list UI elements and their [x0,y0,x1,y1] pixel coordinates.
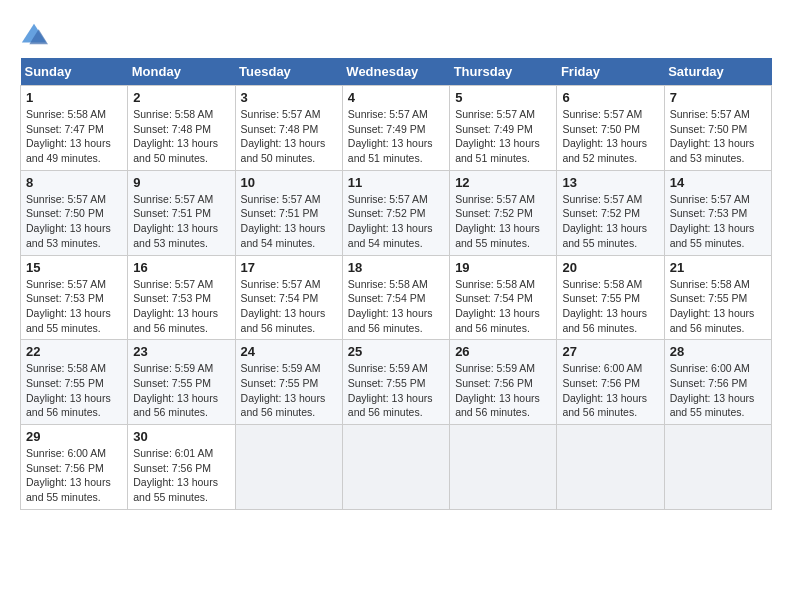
calendar-row: 29 Sunrise: 6:00 AM Sunset: 7:56 PM Dayl… [21,425,772,510]
day-cell-24: 24 Sunrise: 5:59 AM Sunset: 7:55 PM Dayl… [235,340,342,425]
day-info: Sunrise: 6:01 AM Sunset: 7:56 PM Dayligh… [133,446,229,505]
day-number: 21 [670,260,766,275]
logo-icon [20,20,48,48]
day-number: 28 [670,344,766,359]
day-info: Sunrise: 5:57 AM Sunset: 7:53 PM Dayligh… [26,277,122,336]
day-info: Sunrise: 6:00 AM Sunset: 7:56 PM Dayligh… [670,361,766,420]
empty-day-cell [342,425,449,510]
day-number: 29 [26,429,122,444]
day-info: Sunrise: 5:57 AM Sunset: 7:49 PM Dayligh… [348,107,444,166]
day-cell-21: 21 Sunrise: 5:58 AM Sunset: 7:55 PM Dayl… [664,255,771,340]
day-info: Sunrise: 5:58 AM Sunset: 7:54 PM Dayligh… [348,277,444,336]
day-info: Sunrise: 5:57 AM Sunset: 7:54 PM Dayligh… [241,277,337,336]
day-cell-17: 17 Sunrise: 5:57 AM Sunset: 7:54 PM Dayl… [235,255,342,340]
day-info: Sunrise: 5:57 AM Sunset: 7:53 PM Dayligh… [670,192,766,251]
day-cell-3: 3 Sunrise: 5:57 AM Sunset: 7:48 PM Dayli… [235,86,342,171]
day-cell-26: 26 Sunrise: 5:59 AM Sunset: 7:56 PM Dayl… [450,340,557,425]
day-info: Sunrise: 5:57 AM Sunset: 7:52 PM Dayligh… [562,192,658,251]
day-number: 8 [26,175,122,190]
day-number: 10 [241,175,337,190]
weekday-header-friday: Friday [557,58,664,86]
empty-day-cell [557,425,664,510]
day-info: Sunrise: 5:58 AM Sunset: 7:55 PM Dayligh… [26,361,122,420]
day-cell-29: 29 Sunrise: 6:00 AM Sunset: 7:56 PM Dayl… [21,425,128,510]
day-cell-18: 18 Sunrise: 5:58 AM Sunset: 7:54 PM Dayl… [342,255,449,340]
day-cell-27: 27 Sunrise: 6:00 AM Sunset: 7:56 PM Dayl… [557,340,664,425]
day-number: 30 [133,429,229,444]
day-info: Sunrise: 5:58 AM Sunset: 7:55 PM Dayligh… [562,277,658,336]
calendar-row: 22 Sunrise: 5:58 AM Sunset: 7:55 PM Dayl… [21,340,772,425]
day-info: Sunrise: 5:57 AM Sunset: 7:51 PM Dayligh… [133,192,229,251]
day-number: 17 [241,260,337,275]
day-number: 25 [348,344,444,359]
day-number: 24 [241,344,337,359]
day-info: Sunrise: 5:58 AM Sunset: 7:54 PM Dayligh… [455,277,551,336]
calendar-table: SundayMondayTuesdayWednesdayThursdayFrid… [20,58,772,510]
day-info: Sunrise: 5:57 AM Sunset: 7:53 PM Dayligh… [133,277,229,336]
header [20,20,772,48]
day-info: Sunrise: 5:59 AM Sunset: 7:56 PM Dayligh… [455,361,551,420]
weekday-header-monday: Monday [128,58,235,86]
day-info: Sunrise: 5:57 AM Sunset: 7:49 PM Dayligh… [455,107,551,166]
calendar-row: 15 Sunrise: 5:57 AM Sunset: 7:53 PM Dayl… [21,255,772,340]
weekday-header-thursday: Thursday [450,58,557,86]
day-cell-20: 20 Sunrise: 5:58 AM Sunset: 7:55 PM Dayl… [557,255,664,340]
day-cell-2: 2 Sunrise: 5:58 AM Sunset: 7:48 PM Dayli… [128,86,235,171]
day-cell-13: 13 Sunrise: 5:57 AM Sunset: 7:52 PM Dayl… [557,170,664,255]
day-cell-23: 23 Sunrise: 5:59 AM Sunset: 7:55 PM Dayl… [128,340,235,425]
weekday-header-wednesday: Wednesday [342,58,449,86]
day-info: Sunrise: 5:59 AM Sunset: 7:55 PM Dayligh… [133,361,229,420]
day-number: 23 [133,344,229,359]
day-cell-22: 22 Sunrise: 5:58 AM Sunset: 7:55 PM Dayl… [21,340,128,425]
calendar-row: 8 Sunrise: 5:57 AM Sunset: 7:50 PM Dayli… [21,170,772,255]
day-number: 20 [562,260,658,275]
day-info: Sunrise: 6:00 AM Sunset: 7:56 PM Dayligh… [26,446,122,505]
day-cell-14: 14 Sunrise: 5:57 AM Sunset: 7:53 PM Dayl… [664,170,771,255]
day-info: Sunrise: 5:57 AM Sunset: 7:52 PM Dayligh… [348,192,444,251]
day-cell-1: 1 Sunrise: 5:58 AM Sunset: 7:47 PM Dayli… [21,86,128,171]
day-cell-12: 12 Sunrise: 5:57 AM Sunset: 7:52 PM Dayl… [450,170,557,255]
day-cell-25: 25 Sunrise: 5:59 AM Sunset: 7:55 PM Dayl… [342,340,449,425]
day-info: Sunrise: 5:57 AM Sunset: 7:50 PM Dayligh… [670,107,766,166]
weekday-header-saturday: Saturday [664,58,771,86]
day-info: Sunrise: 6:00 AM Sunset: 7:56 PM Dayligh… [562,361,658,420]
day-info: Sunrise: 5:57 AM Sunset: 7:51 PM Dayligh… [241,192,337,251]
empty-day-cell [235,425,342,510]
day-number: 15 [26,260,122,275]
day-number: 9 [133,175,229,190]
day-number: 22 [26,344,122,359]
weekday-header-row: SundayMondayTuesdayWednesdayThursdayFrid… [21,58,772,86]
empty-day-cell [450,425,557,510]
empty-day-cell [664,425,771,510]
day-number: 27 [562,344,658,359]
day-info: Sunrise: 5:57 AM Sunset: 7:50 PM Dayligh… [562,107,658,166]
day-number: 26 [455,344,551,359]
day-number: 13 [562,175,658,190]
day-number: 11 [348,175,444,190]
day-cell-4: 4 Sunrise: 5:57 AM Sunset: 7:49 PM Dayli… [342,86,449,171]
day-number: 4 [348,90,444,105]
day-cell-6: 6 Sunrise: 5:57 AM Sunset: 7:50 PM Dayli… [557,86,664,171]
day-number: 12 [455,175,551,190]
day-number: 19 [455,260,551,275]
day-cell-15: 15 Sunrise: 5:57 AM Sunset: 7:53 PM Dayl… [21,255,128,340]
day-info: Sunrise: 5:58 AM Sunset: 7:47 PM Dayligh… [26,107,122,166]
weekday-header-sunday: Sunday [21,58,128,86]
day-cell-8: 8 Sunrise: 5:57 AM Sunset: 7:50 PM Dayli… [21,170,128,255]
day-number: 1 [26,90,122,105]
day-cell-9: 9 Sunrise: 5:57 AM Sunset: 7:51 PM Dayli… [128,170,235,255]
day-cell-19: 19 Sunrise: 5:58 AM Sunset: 7:54 PM Dayl… [450,255,557,340]
day-number: 3 [241,90,337,105]
day-number: 2 [133,90,229,105]
day-info: Sunrise: 5:58 AM Sunset: 7:55 PM Dayligh… [670,277,766,336]
day-cell-5: 5 Sunrise: 5:57 AM Sunset: 7:49 PM Dayli… [450,86,557,171]
day-info: Sunrise: 5:58 AM Sunset: 7:48 PM Dayligh… [133,107,229,166]
day-info: Sunrise: 5:59 AM Sunset: 7:55 PM Dayligh… [348,361,444,420]
day-number: 5 [455,90,551,105]
day-number: 14 [670,175,766,190]
day-info: Sunrise: 5:57 AM Sunset: 7:48 PM Dayligh… [241,107,337,166]
day-cell-11: 11 Sunrise: 5:57 AM Sunset: 7:52 PM Dayl… [342,170,449,255]
day-info: Sunrise: 5:57 AM Sunset: 7:50 PM Dayligh… [26,192,122,251]
day-info: Sunrise: 5:59 AM Sunset: 7:55 PM Dayligh… [241,361,337,420]
day-cell-30: 30 Sunrise: 6:01 AM Sunset: 7:56 PM Dayl… [128,425,235,510]
